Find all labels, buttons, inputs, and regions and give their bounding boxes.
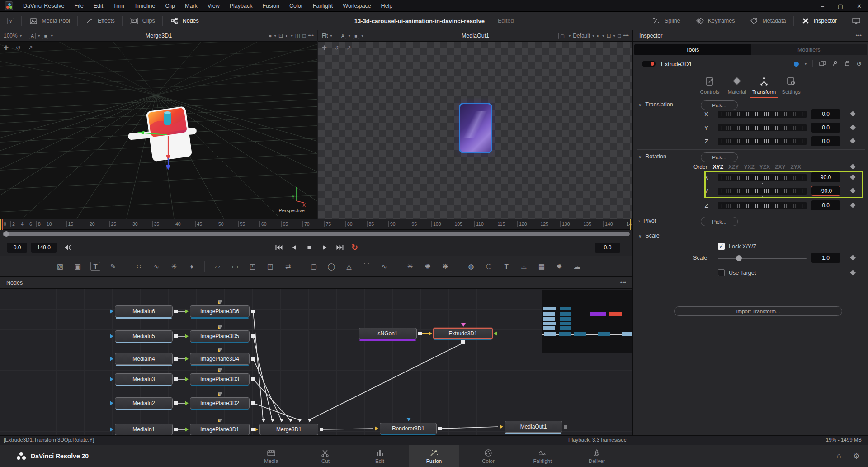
rotation-pick-button[interactable]: Pick... — [701, 152, 738, 162]
node-imageplane3d5[interactable]: ImagePlane3D5 — [190, 330, 250, 342]
node-extrude3d1[interactable]: Extrude3D1 — [433, 328, 493, 339]
output-port[interactable] — [251, 357, 255, 361]
output-port[interactable] — [251, 428, 255, 431]
input-port[interactable] — [110, 309, 113, 314]
guides-dropdown-icon[interactable]: ▾ — [613, 33, 616, 38]
tool-polygon-mask-icon[interactable]: △ — [344, 262, 354, 271]
rotation-z-keyframe-icon[interactable] — [850, 202, 856, 208]
close-button[interactable]: ✕ — [857, 3, 862, 10]
rotation-z-slider[interactable] — [718, 202, 807, 209]
viewport-3d-merge[interactable]: ✚ ↺ ↗ — [0, 42, 317, 219]
menu-fairlight[interactable]: Fairlight — [313, 3, 333, 9]
rotation-y-value[interactable]: -90.0 — [811, 186, 840, 196]
loop-end-marker[interactable] — [630, 219, 631, 230]
node-imageplane3d4[interactable]: ImagePlane3D4 — [190, 353, 250, 365]
fit-dropdown-icon[interactable]: ▾ — [330, 33, 332, 38]
output-port[interactable] — [438, 427, 442, 430]
node-mediaout1[interactable]: MediaOut1 — [505, 421, 562, 433]
tool-rectangle-mask-icon[interactable]: ▢ — [309, 262, 319, 271]
node-mediain2[interactable]: MediaIn2 — [115, 397, 173, 409]
tab-modifiers[interactable]: Modifiers — [751, 44, 868, 55]
translation-y-slider[interactable] — [718, 124, 807, 131]
zoom-tool-icon[interactable]: ↗ — [28, 44, 33, 51]
page-tab-cut[interactable]: Cut — [301, 445, 350, 467]
order-xyz[interactable]: XYZ — [713, 164, 723, 170]
tool-fast-noise-icon[interactable]: ∷ — [134, 262, 144, 271]
go-to-end-button[interactable] — [336, 244, 344, 251]
node-merge3d1[interactable]: Merge3D1 — [259, 424, 318, 435]
menu-view[interactable]: View — [208, 3, 220, 9]
rotate-tool-icon[interactable]: ↺ — [334, 44, 339, 51]
play-reverse-button[interactable] — [290, 244, 298, 251]
order-zxy[interactable]: ZXY — [775, 164, 785, 170]
render-start-field[interactable]: 0.0 — [7, 243, 27, 253]
color-viewer-icon[interactable]: ◐ — [597, 33, 600, 39]
node-enable-toggle[interactable] — [642, 61, 656, 67]
node-mediain3[interactable]: MediaIn3 — [115, 373, 173, 385]
stop-button[interactable] — [305, 244, 313, 251]
scene-input-port[interactable] — [288, 419, 293, 422]
camera-port[interactable] — [406, 418, 411, 421]
rotation-y-keyframe-icon[interactable] — [850, 188, 856, 194]
output-port[interactable] — [251, 401, 255, 405]
metadata-button[interactable]: Metadata — [742, 12, 793, 30]
input-port[interactable] — [429, 331, 432, 336]
buffer-dropdown-icon[interactable]: ▾ — [51, 33, 53, 38]
spline-button[interactable]: Spline — [645, 12, 688, 30]
pin-icon[interactable] — [832, 60, 838, 68]
versions-icon[interactable] — [819, 60, 826, 68]
output-port[interactable] — [174, 428, 178, 431]
material-port[interactable] — [218, 300, 222, 304]
loop-start-marker[interactable] — [0, 219, 1, 230]
input-port[interactable] — [110, 334, 113, 338]
color-viewer-dropdown-icon[interactable]: ▾ — [602, 33, 604, 38]
viewer-left-options-icon[interactable]: ••• — [308, 33, 314, 39]
output-port[interactable] — [251, 310, 255, 313]
input-port[interactable] — [185, 401, 189, 405]
tool-hue-curves-icon[interactable]: ♦ — [187, 262, 197, 270]
roi-icon[interactable]: □ — [618, 33, 621, 39]
output-port[interactable] — [418, 332, 422, 335]
keyframes-button[interactable]: Keyframes — [688, 12, 742, 30]
audio-mute-button[interactable] — [64, 244, 72, 251]
guides-icon[interactable]: ⊞ — [607, 33, 611, 39]
node-graph-minimap[interactable] — [542, 290, 632, 353]
translation-z-value[interactable]: 0.0 — [811, 136, 840, 146]
layout-presets-button[interactable] — [844, 12, 868, 30]
input-port[interactable] — [110, 357, 113, 361]
tool-image-plane-3d-icon[interactable]: ▦ — [537, 262, 547, 271]
subtab-controls[interactable]: Controls — [696, 76, 723, 95]
rotation-y-slider[interactable] — [718, 188, 807, 195]
scene-input-port[interactable] — [270, 419, 275, 422]
tab-tools[interactable]: Tools — [634, 44, 751, 55]
input-port[interactable] — [185, 334, 189, 338]
viewer-right-options-icon[interactable]: ••• — [623, 33, 629, 39]
tool-color-curves-icon[interactable]: ∿ — [151, 262, 161, 271]
pivot-pick-button[interactable]: Pick... — [701, 217, 738, 226]
scale-keyframe-icon[interactable] — [850, 255, 856, 261]
scene-input-port[interactable] — [307, 419, 312, 422]
input-port[interactable] — [185, 309, 189, 314]
order-zyx[interactable]: ZYX — [790, 164, 801, 170]
side-input-port[interactable] — [494, 331, 497, 336]
menu-davinci-resolve[interactable]: DaVinci Resolve — [23, 3, 64, 9]
inspector-options-icon[interactable]: ••• — [856, 33, 862, 39]
loop-button[interactable]: ↻ — [351, 244, 358, 251]
subtab-settings[interactable]: Settings — [778, 76, 805, 95]
node-mediain5[interactable]: MediaIn5 — [115, 330, 173, 342]
rotation-x-slider[interactable] — [718, 174, 807, 181]
translation-x-keyframe-icon[interactable] — [850, 111, 856, 117]
page-tab-edit[interactable]: Edit — [355, 445, 405, 467]
menu-fusion[interactable]: Fusion — [262, 3, 279, 9]
node-mediain1[interactable]: MediaIn1 — [115, 424, 173, 435]
maximize-button[interactable]: ▢ — [838, 3, 843, 10]
tool-background-icon[interactable]: ▧ — [55, 262, 65, 271]
rotate-tool-icon[interactable]: ↺ — [16, 44, 21, 51]
lut-icon[interactable]: ◐ — [285, 33, 288, 39]
viewport-media-out[interactable]: ✚ ↺ ↗ — [318, 42, 632, 219]
translation-y-keyframe-icon[interactable] — [850, 124, 856, 130]
lock-icon[interactable] — [844, 60, 850, 68]
proxy-icon[interactable]: ▢ — [558, 33, 566, 39]
play-button[interactable] — [321, 244, 329, 251]
section-pivot[interactable]: ›Pivot — [638, 218, 656, 224]
